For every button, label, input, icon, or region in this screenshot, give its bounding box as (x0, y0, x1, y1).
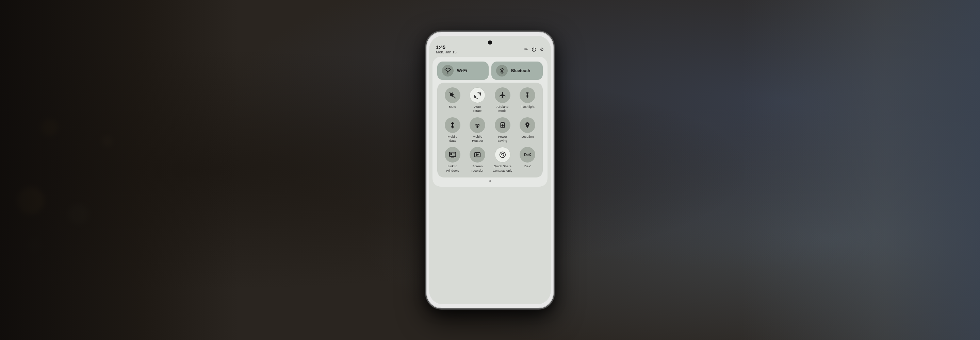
power-saving-label: Powersaving (498, 135, 507, 143)
flashlight-label: Flashlight (520, 105, 535, 109)
dex-tile[interactable]: DeX DeX (516, 147, 540, 173)
bluetooth-tile[interactable]: Bluetooth (492, 62, 543, 80)
quick-share-label: Quick ShareContacts only (493, 164, 512, 173)
quick-share-icon (495, 147, 511, 162)
power-saving-icon (495, 117, 511, 133)
hotspot-label: MobileHotspot (472, 135, 483, 143)
phone-screen: 1:45 Mon, Jan 15 ✏ ⏻ ⚙ (429, 36, 551, 304)
flashlight-tile[interactable]: Flashlight (516, 87, 540, 113)
background-right (742, 0, 980, 340)
mobile-data-label: Mobiledata (448, 135, 457, 143)
mute-icon (445, 87, 460, 103)
dex-icon: DeX (520, 147, 535, 162)
flashlight-icon (520, 87, 535, 103)
bluetooth-label: Bluetooth (511, 68, 530, 73)
mobile-data-icon (445, 117, 460, 133)
svg-point-5 (477, 126, 478, 127)
svg-rect-3 (527, 98, 528, 98)
link-windows-label: Link toWindows (446, 164, 459, 173)
svg-point-16 (500, 152, 506, 158)
hotspot-icon (469, 117, 485, 133)
screen-recorder-tile[interactable]: Screenrecorder (466, 147, 490, 173)
wifi-label: Wi-Fi (457, 68, 467, 73)
auto-rotate-tile[interactable]: Autorotate (466, 87, 490, 113)
status-date: Mon, Jan 15 (436, 50, 457, 54)
settings-icon[interactable]: ⚙ (540, 46, 544, 52)
screen-recorder-icon (469, 147, 485, 162)
airplane-label: Airplanemode (496, 105, 508, 113)
svg-rect-11 (450, 153, 452, 155)
phone-wrapper: 1:45 Mon, Jan 15 ✏ ⏻ ⚙ (425, 30, 555, 310)
status-icons: ✏ ⏻ ⚙ (524, 46, 544, 52)
power-saving-tile[interactable]: Powersaving (491, 117, 514, 143)
svg-point-0 (447, 73, 448, 73)
camera-punch-hole (488, 40, 492, 44)
auto-rotate-icon (469, 87, 485, 103)
page-dot-active (489, 180, 491, 182)
grid-row-2: Mobiledata MobileHotspot (441, 117, 539, 143)
mute-tile[interactable]: Mute (441, 87, 465, 113)
mobile-data-tile[interactable]: Mobiledata (441, 117, 465, 143)
link-windows-icon (445, 147, 460, 162)
wifi-icon (442, 65, 453, 76)
location-label: Location (521, 135, 533, 139)
status-time-date: 1:45 Mon, Jan 15 (436, 44, 457, 54)
location-icon (520, 117, 535, 133)
auto-rotate-label: Autorotate (473, 105, 482, 113)
mute-label: Mute (449, 105, 456, 109)
page-indicator (437, 180, 543, 182)
screen-recorder-label: Screenrecorder (472, 164, 484, 173)
bluetooth-icon (496, 65, 508, 76)
airplane-tile[interactable]: Airplanemode (491, 87, 514, 113)
hotspot-tile[interactable]: MobileHotspot (466, 117, 490, 143)
link-windows-tile[interactable]: Link toWindows (441, 147, 465, 173)
grid-row-3: Link toWindows Screenrecorder (441, 147, 539, 173)
phone-body: 1:45 Mon, Jan 15 ✏ ⏻ ⚙ (425, 30, 555, 310)
grid-row-1: Mute (441, 87, 539, 113)
power-icon[interactable]: ⏻ (531, 46, 536, 52)
quick-settings-panel: Wi-Fi Bluetooth (433, 57, 547, 187)
top-tiles-row: Wi-Fi Bluetooth (437, 62, 543, 80)
airplane-icon (495, 87, 511, 103)
edit-icon[interactable]: ✏ (524, 46, 528, 52)
location-tile[interactable]: Location (516, 117, 540, 143)
svg-rect-2 (527, 95, 528, 97)
grid-section: Mute (437, 83, 543, 178)
wifi-tile[interactable]: Wi-Fi (437, 62, 488, 80)
dex-label: DeX (524, 164, 530, 168)
background-left (0, 0, 238, 340)
quick-share-tile[interactable]: Quick ShareContacts only (491, 147, 514, 173)
status-time: 1:45 (436, 44, 457, 50)
